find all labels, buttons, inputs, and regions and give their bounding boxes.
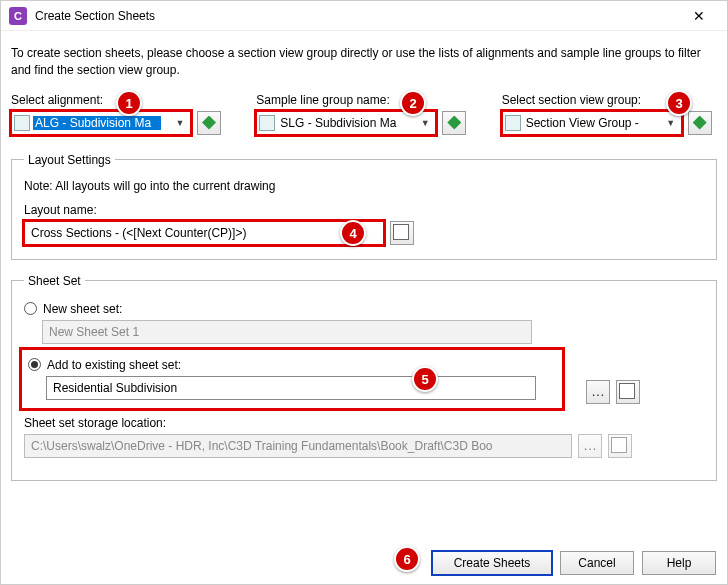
props-icon bbox=[613, 439, 627, 453]
alignment-pick-button[interactable] bbox=[197, 111, 221, 135]
view-group-pick-button[interactable] bbox=[688, 111, 712, 135]
layout-name-label: Layout name: bbox=[24, 203, 704, 217]
chevron-down-icon: ▼ bbox=[663, 118, 679, 128]
layout-name-input[interactable]: Cross Sections - (<[Next Counter(CP)]>) bbox=[24, 221, 384, 245]
edit-icon bbox=[395, 226, 409, 240]
dialog-footer: Create Sheets Cancel Help bbox=[432, 551, 716, 575]
existing-sheet-label: Add to existing sheet set: bbox=[47, 358, 181, 372]
callout-4: 4 bbox=[340, 220, 366, 246]
sample-line-value: SLG - Subdivision Ma bbox=[278, 116, 406, 130]
props-icon bbox=[621, 385, 635, 399]
storage-label: Sheet set storage location: bbox=[24, 416, 704, 430]
new-sheet-name-value: New Sheet Set 1 bbox=[49, 325, 139, 339]
existing-sheet-value: Residential Subdivision bbox=[53, 381, 177, 395]
existing-sheet-radio-row[interactable]: Add to existing sheet set: bbox=[28, 358, 556, 372]
chevron-down-icon: ▼ bbox=[172, 118, 188, 128]
alignment-icon bbox=[14, 115, 30, 131]
help-label: Help bbox=[667, 556, 692, 570]
storage-browse-button[interactable] bbox=[578, 434, 602, 458]
intro-text: To create section sheets, please choose … bbox=[11, 45, 717, 79]
app-icon: C bbox=[9, 7, 27, 25]
existing-sheet-highlight: Add to existing sheet set: Residential S… bbox=[22, 350, 562, 408]
callout-1: 1 bbox=[116, 90, 142, 116]
view-group-icon bbox=[505, 115, 521, 131]
storage-value: C:\Users\swalz\OneDrive - HDR, Inc\C3D T… bbox=[31, 439, 493, 453]
new-sheet-radio-row[interactable]: New sheet set: bbox=[24, 302, 704, 316]
new-sheet-name-input: New Sheet Set 1 bbox=[42, 320, 532, 344]
existing-sheet-props-button[interactable] bbox=[616, 380, 640, 404]
alignment-value: ALG - Subdivision Ma bbox=[33, 116, 161, 130]
view-group-combo[interactable]: Section View Group - ▼ bbox=[502, 111, 682, 135]
window-title: Create Section Sheets bbox=[35, 9, 155, 23]
close-button[interactable]: ✕ bbox=[679, 2, 719, 30]
sample-line-pick-button[interactable] bbox=[442, 111, 466, 135]
layout-name-edit-button[interactable] bbox=[390, 221, 414, 245]
view-group-value: Section View Group - bbox=[524, 116, 652, 130]
callout-6: 6 bbox=[394, 546, 420, 572]
pick-icon bbox=[447, 116, 461, 130]
alignment-combo[interactable]: ALG - Subdivision Ma ▼ bbox=[11, 111, 191, 135]
storage-props-button[interactable] bbox=[608, 434, 632, 458]
ellipsis-icon bbox=[583, 439, 597, 453]
existing-sheet-input[interactable]: Residential Subdivision bbox=[46, 376, 536, 400]
create-sheets-label: Create Sheets bbox=[454, 556, 531, 570]
existing-sheet-browse-button[interactable] bbox=[586, 380, 610, 404]
radio-unselected-icon bbox=[24, 302, 37, 315]
new-sheet-label: New sheet set: bbox=[43, 302, 122, 316]
cancel-button[interactable]: Cancel bbox=[560, 551, 634, 575]
pick-icon bbox=[693, 116, 707, 130]
layout-note: Note: All layouts will go into the curre… bbox=[24, 179, 704, 193]
ellipsis-icon bbox=[591, 385, 605, 399]
titlebar: C Create Section Sheets ✕ bbox=[1, 1, 727, 31]
storage-input: C:\Users\swalz\OneDrive - HDR, Inc\C3D T… bbox=[24, 434, 572, 458]
help-button[interactable]: Help bbox=[642, 551, 716, 575]
dialog-content: To create section sheets, please choose … bbox=[1, 31, 727, 505]
sample-line-label: Sample line group name: bbox=[256, 93, 471, 107]
radio-selected-icon bbox=[28, 358, 41, 371]
callout-5: 5 bbox=[412, 366, 438, 392]
sheet-set-group: Sheet Set New sheet set: New Sheet Set 1… bbox=[11, 274, 717, 481]
pick-icon bbox=[202, 116, 216, 130]
layout-settings-group: Layout Settings Note: All layouts will g… bbox=[11, 153, 717, 260]
layout-name-value: Cross Sections - (<[Next Counter(CP)]>) bbox=[31, 226, 246, 240]
cancel-label: Cancel bbox=[578, 556, 615, 570]
chevron-down-icon: ▼ bbox=[417, 118, 433, 128]
sheet-set-legend: Sheet Set bbox=[24, 274, 85, 288]
create-sheets-button[interactable]: Create Sheets bbox=[432, 551, 552, 575]
layout-settings-legend: Layout Settings bbox=[24, 153, 115, 167]
callout-3: 3 bbox=[666, 90, 692, 116]
sample-line-icon bbox=[259, 115, 275, 131]
callout-2: 2 bbox=[400, 90, 426, 116]
